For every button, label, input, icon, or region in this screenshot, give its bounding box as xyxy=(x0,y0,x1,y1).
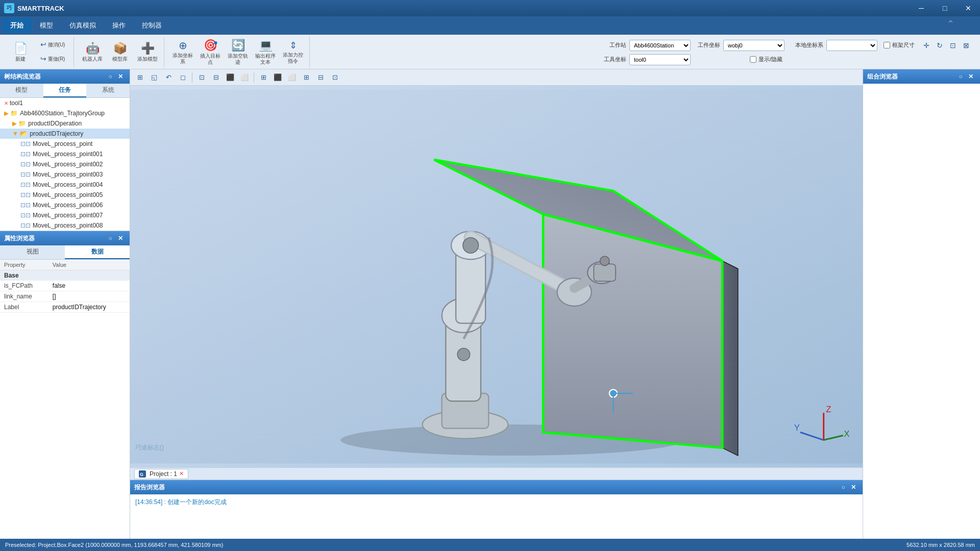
vp-btn-0[interactable]: ⊞ xyxy=(133,71,146,84)
tree-item[interactable]: ▶ 📁productIDOperation xyxy=(0,118,130,129)
tree-item[interactable]: ⊡⊡MoveL_process_point006 xyxy=(0,200,130,210)
minimize-button[interactable]: ─ xyxy=(910,0,933,16)
vp-btn-8[interactable]: ⊞ xyxy=(257,71,270,84)
robot-lib-button[interactable]: 🤖 机器人库 xyxy=(79,38,106,66)
tree-item[interactable]: ⊡⊡MoveL_process_point008 xyxy=(0,220,130,231)
right-panel-pin[interactable]: ○ xyxy=(955,71,966,82)
tree-item[interactable]: ⊡⊡MoveL_process_point003 xyxy=(0,169,130,180)
report-line: [14:36:54] : 创建一个新的doc完成 xyxy=(135,497,857,507)
close-button[interactable]: ✕ xyxy=(957,0,980,16)
toolbar: 📄 新建 ↩ 撤消(U) ↪ 重做(R) 🤖 机器人库 📦 模型库 ➕ 添加模型 xyxy=(0,35,980,69)
refcoord-label: 本地坐标系 xyxy=(788,41,823,49)
add-coord-button[interactable]: ⊕ 添加坐标系 xyxy=(169,38,196,66)
tab-task[interactable]: 任务 xyxy=(43,84,87,97)
toolcoord-select[interactable]: tool0 xyxy=(629,54,691,65)
tab-view[interactable]: 视图 xyxy=(0,245,65,259)
undo-button[interactable]: ↩ 撤消(U) xyxy=(35,38,70,52)
vp-sep-2 xyxy=(254,72,254,83)
menu-model[interactable]: 模型 xyxy=(32,18,61,33)
tree-browser-close[interactable]: ✕ xyxy=(115,71,126,82)
menu-start[interactable]: 开始 xyxy=(2,18,32,33)
statusbar-right: 5632.10 mm x 2820.58 mm xyxy=(906,542,975,548)
tree-item[interactable]: ⊡⊡MoveL_process_point007 xyxy=(0,210,130,220)
right-panel-title: 组合浏览器 xyxy=(867,72,955,81)
collapse-arrow[interactable]: ⌃ xyxy=(947,18,954,30)
vp-btn-4[interactable]: ⊡ xyxy=(195,71,208,84)
report-browser-pin[interactable]: ○ xyxy=(838,482,848,492)
tab-data[interactable]: 数据 xyxy=(65,245,130,259)
prop-row: link_name[] xyxy=(0,291,130,302)
prop-row: LabelproductIDTrajectory xyxy=(0,302,130,313)
coord-refresh-btn[interactable]: ↻ xyxy=(934,40,945,51)
coord-fit-btn[interactable]: ⊡ xyxy=(947,40,959,51)
add-model-icon: ➕ xyxy=(141,42,155,55)
tab-system[interactable]: 系统 xyxy=(86,84,130,97)
workcoord-select[interactable]: wobj0 xyxy=(723,40,785,51)
model-lib-button[interactable]: 📦 模型库 xyxy=(107,38,133,66)
workstation-select[interactable]: Abb4600Station xyxy=(629,40,691,51)
showlabel-checkbox[interactable] xyxy=(750,56,756,63)
tree-browser-pin[interactable]: ○ xyxy=(105,71,115,82)
property-browser-header: 属性浏览器 ○ ✕ xyxy=(0,231,130,245)
vp-btn-11[interactable]: ⊞ xyxy=(300,71,313,84)
vp-btn-3[interactable]: ◻ xyxy=(176,71,189,84)
tree-item[interactable]: ▶ 📁Abb4600Station_TrajtoryGroup xyxy=(0,108,130,118)
refcoord-select[interactable] xyxy=(826,40,877,51)
workstation-row: 工作站 Abb4600Station 工件坐标 wobj0 本地坐标系 框架尺寸… xyxy=(600,39,972,52)
add-model-button[interactable]: ➕ 添加模型 xyxy=(134,38,161,66)
coord-cross-btn[interactable]: ⊠ xyxy=(961,40,972,51)
menu-sim[interactable]: 仿真模拟 xyxy=(61,18,104,33)
right-panel-content xyxy=(863,84,980,551)
coord-plus-btn[interactable]: ✛ xyxy=(921,40,932,51)
tree-item[interactable]: ⊡⊡MoveL_process_point xyxy=(0,139,130,149)
vp-btn-6[interactable]: ⬛ xyxy=(224,71,237,84)
model-lib-icon: 📦 xyxy=(113,42,127,55)
right-panel-close[interactable]: ✕ xyxy=(966,71,976,82)
tree-item[interactable]: ⊡⊡MoveL_process_point005 xyxy=(0,190,130,200)
vp-btn-7[interactable]: ⬜ xyxy=(238,71,251,84)
robot-icon: 🤖 xyxy=(86,42,100,55)
property-browser-pin[interactable]: ○ xyxy=(105,233,115,243)
framesize-checkbox[interactable] xyxy=(884,42,890,48)
toolcoord-label: 工具坐标 xyxy=(600,56,626,63)
tree-item[interactable]: ⊡⊡MoveL_process_point004 xyxy=(0,180,130,190)
menu-ctrl[interactable]: 控制器 xyxy=(134,18,170,33)
redo-button[interactable]: ↪ 重做(R) xyxy=(35,53,70,66)
maximize-button[interactable]: □ xyxy=(933,0,957,16)
vp-btn-10[interactable]: ⬜ xyxy=(285,71,299,84)
framesize-label: 框架尺寸 xyxy=(892,41,915,49)
vp-btn-5[interactable]: ⊟ xyxy=(209,71,223,84)
svg-text:G: G xyxy=(140,472,143,477)
vp-btn-9[interactable]: ⬛ xyxy=(271,71,284,84)
tree-item[interactable]: ✕tool1 xyxy=(0,98,130,108)
report-browser-close[interactable]: ✕ xyxy=(848,482,859,492)
vp-btn-2[interactable]: ↶ xyxy=(162,71,175,84)
toolbar-group-new: 📄 新建 ↩ 撤消(U) ↪ 重做(R) xyxy=(4,37,74,67)
menu-ops[interactable]: 操作 xyxy=(104,18,134,33)
model-lib-label: 模型库 xyxy=(112,56,128,62)
viewport-area: ⊞ ◱ ↶ ◻ ⊡ ⊟ ⬛ ⬜ ⊞ ⬛ ⬜ ⊞ ⊟ ⊡ xyxy=(130,69,863,551)
new-button[interactable]: 📄 新建 xyxy=(7,38,34,66)
tab-model[interactable]: 模型 xyxy=(0,84,43,97)
project-tab-close[interactable]: ✕ xyxy=(179,470,184,477)
property-browser-close[interactable]: ✕ xyxy=(115,233,126,243)
add-coord-label: 添加坐标系 xyxy=(170,53,195,65)
tree-item[interactable]: ⊡⊡MoveL_process_point002 xyxy=(0,159,130,169)
output-prog-button[interactable]: 💻 输出程序文本 xyxy=(252,38,279,66)
add-traj-button[interactable]: 🔄 添加空轨迹 xyxy=(225,38,251,66)
svg-rect-18 xyxy=(594,264,616,282)
tree-item[interactable]: ▼ 📂productIDTrajectory xyxy=(0,129,130,139)
project-tab-item[interactable]: G Project : 1 ✕ xyxy=(134,469,188,479)
vp-btn-1[interactable]: ◱ xyxy=(148,71,161,84)
insert-target-button[interactable]: 🎯 插入目标点 xyxy=(197,38,224,66)
window-controls: ─ □ ✕ xyxy=(910,0,980,16)
vp-btn-12[interactable]: ⊟ xyxy=(314,71,327,84)
vp-btn-13[interactable]: ⊡ xyxy=(328,71,341,84)
tree-item[interactable]: ⊡⊡MoveL_process_point001 xyxy=(0,149,130,159)
add-force-button[interactable]: ⇕ 添加力控指令 xyxy=(280,38,306,66)
viewport-3d[interactable]: Y Z X 巧途标志() xyxy=(130,86,863,467)
workstation-label: 工作站 xyxy=(600,41,626,49)
report-browser-header: 报告浏览器 ○ ✕ xyxy=(130,480,863,494)
add-traj-icon: 🔄 xyxy=(231,39,245,52)
left-panel: 树结构流览器 ○ ✕ 模型 任务 系统 ✕tool1▶ 📁Abb4600Stat… xyxy=(0,69,130,551)
